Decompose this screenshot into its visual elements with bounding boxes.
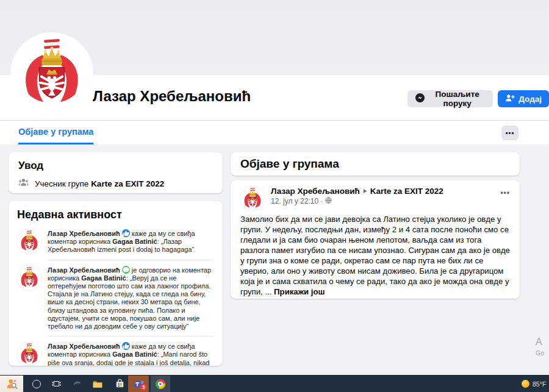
like-badge-icon — [122, 342, 130, 350]
activity-avatar[interactable] — [17, 342, 41, 366]
profile-avatar[interactable] — [13, 35, 91, 113]
tab-group-posts-label: Објаве у групама — [18, 127, 93, 137]
teams-notification-badge: 3 — [140, 383, 147, 391]
activity-text: Лазар Хребељановићкаже да му се свиђа ко… — [48, 342, 214, 366]
send-message-label: Пошаљите поруку — [429, 90, 486, 108]
see-more-link[interactable]: Прикажи још — [274, 287, 325, 296]
post-more-button[interactable]: ••• — [500, 187, 510, 199]
activity-quote-text: : „Веруј да се не оптерећујем поготово ш… — [48, 274, 210, 330]
ellipsis-icon: ••• — [500, 188, 510, 197]
activity-actor-link[interactable]: Лазар Хребељановић — [48, 230, 120, 237]
cortana-icon[interactable] — [30, 376, 43, 392]
chrome-browser-icon[interactable] — [151, 376, 170, 392]
post-header: Лазар Хребељановић Karte za EXIT 2022 12… — [240, 187, 510, 211]
activity-target-link[interactable]: Gagaa Batinić — [112, 238, 157, 245]
activity-item-3: Лазар Хребељановићкаже да му се свиђа ко… — [17, 338, 214, 366]
cortana-ring — [32, 380, 41, 388]
post-body-text: Замолио бих да ми се јави девојка са Лат… — [240, 215, 510, 296]
group-membership-row: Учесник групе Karte za EXIT 2022 — [18, 177, 213, 190]
divider — [48, 260, 214, 260]
microsoft-store-icon[interactable] — [113, 376, 126, 392]
profile-tabbar: Објаве у групама ••• — [0, 120, 549, 144]
right-edge-cutoff-text[interactable]: A Go — [536, 337, 549, 357]
membership-prefix: Учесник групе — [35, 179, 91, 188]
post-author-link[interactable]: Лазар Хребељановић — [271, 187, 360, 196]
ellipsis-icon: ••• — [506, 129, 515, 137]
left-column: Увод Учесник групе Karte za EXIT 2022 Не… — [9, 152, 223, 366]
add-friend-button[interactable]: Додај — [498, 90, 549, 107]
like-badge-icon — [122, 229, 130, 237]
post-card: Лазар Хребељановић Karte za EXIT 2022 12… — [231, 180, 520, 299]
cutoff-line-1: A — [536, 337, 549, 347]
activity-avatar[interactable] — [17, 229, 41, 254]
activity-target-link[interactable]: Gagaa Batinić — [81, 274, 126, 282]
sun-icon — [522, 380, 529, 388]
activity-actor-link[interactable]: Лазар Хребељановић — [48, 343, 120, 350]
group-people-icon — [18, 177, 29, 190]
membership-group-link[interactable]: Karte za EXIT 2022 — [91, 179, 164, 188]
post-timestamp[interactable]: 12. јул у 22:10 · — [271, 197, 323, 205]
windows-taskbar: 3 85°F — [0, 375, 549, 392]
activity-text: Лазар Хребељановићкаже да му се свиђа ко… — [48, 229, 214, 254]
arrow-right-icon — [363, 187, 367, 196]
divider — [48, 336, 214, 337]
send-message-button[interactable]: Пошаљите поруку — [407, 90, 493, 107]
task-view-icon[interactable] — [50, 376, 62, 392]
main-column: Објаве у групама Лазар Хребељановић Kart… — [231, 152, 520, 299]
recent-activity-title: Недавна активност — [17, 208, 214, 221]
profile-name: Лазар Хребељановић — [93, 88, 251, 105]
post-author-avatar[interactable] — [240, 187, 265, 211]
intro-card: Увод Учесник групе Karte za EXIT 2022 — [9, 152, 223, 193]
activity-target-link[interactable]: Gagaa Batinić — [112, 351, 157, 358]
tab-more-button[interactable]: ••• — [501, 126, 518, 140]
activity-item-1: Лазар Хребељановићкаже да му се свиђа ко… — [17, 225, 214, 258]
temperature-label: 85°F — [533, 380, 546, 388]
person-add-icon — [505, 93, 515, 105]
search-highlights-icon[interactable] — [0, 376, 23, 392]
comment-badge-icon — [122, 266, 130, 274]
file-explorer-icon[interactable] — [91, 376, 104, 392]
activity-avatar[interactable] — [17, 266, 41, 290]
post-group-link[interactable]: Karte za EXIT 2022 — [370, 187, 443, 196]
post-header-text: Лазар Хребељановић Karte za EXIT 2022 12… — [271, 187, 494, 211]
edge-browser-icon[interactable] — [71, 376, 83, 392]
group-posts-title: Објаве у групама — [240, 157, 339, 171]
activity-actor-link[interactable]: Лазар Хребељановић — [48, 266, 120, 274]
page-content: Увод Учесник групе Karte za EXIT 2022 Не… — [0, 144, 549, 375]
intro-title: Увод — [18, 160, 213, 172]
cutoff-line-2: Go — [536, 349, 549, 357]
activity-text: Лазар Хребељановићје одговорио на комент… — [48, 266, 214, 331]
weather-widget[interactable]: 85°F — [522, 376, 549, 392]
activity-item-2: Лазар Хребељановићје одговорио на комент… — [17, 262, 214, 335]
recent-activity-card: Недавна активност Лазар Хребељановићкаже… — [9, 201, 223, 366]
microsoft-teams-icon[interactable]: 3 — [128, 376, 149, 392]
chrome-logo — [156, 379, 165, 389]
tab-group-posts[interactable]: Објаве у групама — [18, 121, 93, 144]
messenger-icon — [415, 93, 425, 105]
add-friend-label: Додај — [518, 94, 542, 104]
group-posts-header-card: Објаве у групама — [231, 152, 520, 176]
globe-icon — [325, 197, 332, 205]
post-body: Замолио бих да ми се јави девојка са Лат… — [240, 214, 510, 297]
membership-text: Учесник групе Karte za EXIT 2022 — [35, 179, 164, 188]
header-actions: Пошаљите поруку Додај — [407, 90, 549, 107]
